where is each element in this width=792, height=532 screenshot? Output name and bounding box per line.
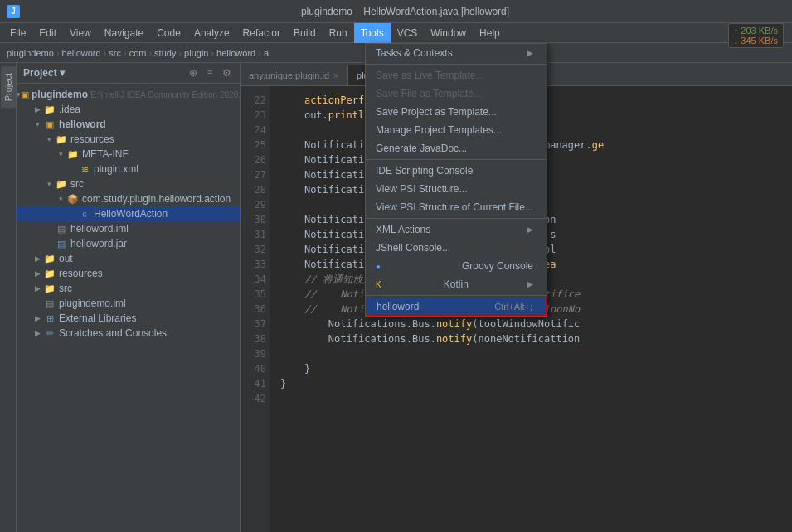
- window-title: plugindemo – HelloWordAction.java [hello…: [25, 6, 785, 17]
- breadcrumb-plugindemo[interactable]: plugindemo: [7, 48, 54, 58]
- panel-action-expand[interactable]: ≡: [203, 66, 216, 80]
- speed-badge: ↑ 203 KB/s ↓ 345 KB/s: [728, 23, 784, 48]
- menu-save-live-template: Save as Live Template...: [366, 66, 547, 85]
- scratch-icon: ✏: [43, 326, 56, 340]
- menu-generate-javadoc[interactable]: Generate JavaDoc...: [366, 139, 547, 157]
- tree-item-resources2[interactable]: ▶ 📁 resources: [17, 266, 240, 281]
- iml-file-icon: ▤: [43, 297, 56, 310]
- folder-icon: 📁: [55, 133, 68, 146]
- lib-icon: ⊞: [43, 312, 56, 325]
- module-icon: ▣: [43, 118, 56, 131]
- menu-separator: [366, 64, 547, 65]
- panel-action-locate[interactable]: ⊕: [187, 66, 200, 80]
- menu-tools[interactable]: Tools: [354, 23, 391, 43]
- expand-arrow: ▶: [32, 254, 43, 263]
- tree-item-plugindemo-iml[interactable]: ▤ plugindemo.iml: [17, 296, 240, 311]
- folder-icon: 📁: [55, 177, 68, 191]
- tree-item-hellowordaction[interactable]: c HelloWordAction: [17, 206, 240, 221]
- jar-file-icon: ▤: [55, 237, 68, 250]
- tools-dropdown: Tasks & Contexts Save as Live Template..…: [365, 43, 547, 317]
- tree-item-out[interactable]: ▶ 📁 out: [17, 251, 240, 266]
- upload-speed: ↑ 203 KB/s: [734, 26, 778, 36]
- menu-analyze[interactable]: Analyze: [187, 23, 236, 43]
- menu-ide-scripting-console[interactable]: IDE Scripting Console: [366, 162, 547, 180]
- panel-actions: ⊕ ≡ ⚙: [187, 66, 233, 80]
- menu-build[interactable]: Build: [287, 23, 323, 43]
- app-icon: J: [7, 5, 20, 18]
- expand-arrow: ▾: [43, 180, 55, 188]
- panel-action-settings[interactable]: ⚙: [220, 66, 233, 80]
- menu-file[interactable]: File: [3, 23, 32, 43]
- tab-close-icon[interactable]: ✕: [333, 71, 339, 80]
- menu-kotlin[interactable]: K Kotlin: [366, 275, 547, 293]
- menu-vcs[interactable]: VCS: [391, 23, 425, 43]
- tree-item-external-libs[interactable]: ▶ ⊞ External Libraries: [17, 311, 240, 326]
- iml-file-icon: ▤: [55, 222, 68, 235]
- expand-arrow: ▶: [32, 269, 43, 278]
- tree-item-helloword-jar[interactable]: ▤ helloword.jar: [17, 236, 240, 251]
- tree-item-idea[interactable]: ▶ 📁 .idea: [17, 102, 240, 117]
- menu-view-psi-structure[interactable]: View PSI Structure...: [366, 180, 547, 198]
- dropdown-menu: Tasks & Contexts Save as Live Template..…: [365, 43, 547, 317]
- menu-run[interactable]: Run: [323, 23, 354, 43]
- expand-arrow: ▾: [55, 195, 66, 203]
- breadcrumb-helloword2[interactable]: helloword: [216, 48, 255, 58]
- panel-title: Project ▾: [23, 67, 65, 79]
- menu-view-psi-current-file[interactable]: View PSI Structure of Current File...: [366, 198, 547, 216]
- tree-item-helloword-iml[interactable]: ▤ helloword.iml: [17, 221, 240, 236]
- title-bar: J plugindemo – HelloWordAction.java [hel…: [0, 0, 792, 23]
- xml-file-icon: ≋: [78, 162, 91, 176]
- menu-save-file-template: Save File as Template...: [366, 85, 547, 103]
- breadcrumb-plugin[interactable]: plugin: [184, 48, 208, 58]
- tree-item-scratches[interactable]: ▶ ✏ Scratches and Consoles: [17, 326, 240, 341]
- menu-groovy-console[interactable]: ● Groovy Console: [366, 257, 547, 275]
- menu-refactor[interactable]: Refactor: [236, 23, 287, 43]
- menu-view[interactable]: View: [63, 23, 98, 43]
- tree-item-pluginxml[interactable]: ≋ plugin.xml: [17, 162, 240, 177]
- tree-item-src[interactable]: ▾ 📁 src: [17, 177, 240, 191]
- menu-jshell-console[interactable]: JShell Console...: [366, 239, 547, 257]
- tree-item-metainf[interactable]: ▾ 📁 META-INF: [17, 147, 240, 162]
- tree-item-action-pkg[interactable]: ▾ 📦 com.study.plugin.helloword.action: [17, 191, 240, 206]
- side-tabs: Project: [0, 63, 17, 532]
- java-file-icon: c: [78, 207, 91, 220]
- module-icon: ▣: [21, 88, 29, 101]
- menu-bar: File Edit View Navigate Code Analyze Ref…: [0, 23, 792, 43]
- folder-icon: 📁: [43, 267, 56, 280]
- side-tab-project[interactable]: Project: [1, 66, 16, 108]
- menu-separator: [366, 159, 547, 160]
- menu-helloword[interactable]: helloword Ctrl+Alt+;: [366, 297, 547, 316]
- menu-separator: [366, 295, 547, 296]
- expand-arrow: ▶: [32, 329, 43, 337]
- tree-item-plugindemo[interactable]: ▾ ▣ plugindemo E:\IntelliJ IDEA Communit…: [17, 87, 240, 102]
- expand-arrow: ▾: [43, 135, 55, 143]
- breadcrumb-src[interactable]: src: [109, 48, 121, 58]
- download-speed: ↓ 345 KB/s: [734, 36, 778, 46]
- breadcrumb-a[interactable]: a: [264, 48, 269, 58]
- menu-save-project-template[interactable]: Save Project as Template...: [366, 103, 547, 121]
- menu-xml-actions[interactable]: XML Actions: [366, 220, 547, 239]
- expand-arrow: ▶: [32, 314, 43, 322]
- breadcrumb-com[interactable]: com: [129, 48, 147, 58]
- menu-edit[interactable]: Edit: [32, 23, 63, 43]
- menu-window[interactable]: Window: [424, 23, 473, 43]
- menu-navigate[interactable]: Navigate: [98, 23, 150, 43]
- menu-tasks-contexts[interactable]: Tasks & Contexts: [366, 44, 547, 62]
- folder-icon: 📁: [43, 103, 56, 116]
- tab-unique-plugin-id[interactable]: any.unique.plugin.id ✕: [241, 65, 348, 85]
- folder-icon: 📁: [66, 148, 80, 161]
- breadcrumb-helloword[interactable]: helloword: [62, 48, 101, 58]
- tree-item-resources[interactable]: ▾ 📁 resources: [17, 132, 240, 147]
- menu-help[interactable]: Help: [473, 23, 507, 43]
- menu-manage-project-templates[interactable]: Manage Project Templates...: [366, 121, 547, 139]
- breadcrumb-study[interactable]: study: [154, 48, 176, 58]
- folder-icon: 📁: [43, 252, 56, 265]
- menu-code[interactable]: Code: [150, 23, 187, 43]
- line-numbers: 22 23 24 25 26 27 28 29 30 31 32 33 34 3…: [241, 86, 270, 532]
- tree-item-helloword[interactable]: ▾ ▣ helloword: [17, 117, 240, 132]
- tree-item-src2[interactable]: ▶ 📁 src: [17, 281, 240, 296]
- panel-header: Project ▾ ⊕ ≡ ⚙: [17, 63, 240, 84]
- menu-separator: [366, 218, 547, 219]
- folder-icon: 📁: [43, 282, 56, 295]
- expand-arrow: ▶: [32, 105, 43, 114]
